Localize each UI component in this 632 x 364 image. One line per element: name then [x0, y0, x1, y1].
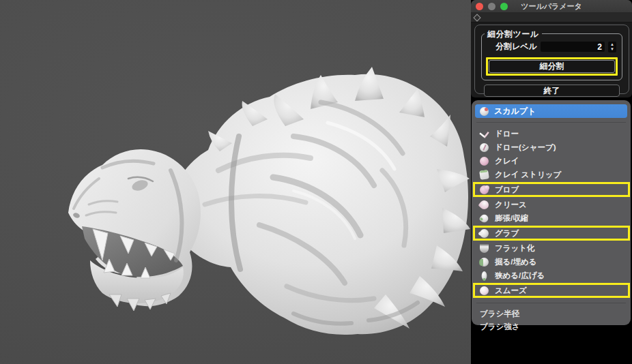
brush-item-crease[interactable]: クリース: [475, 198, 627, 211]
tool-body: 細分割ツール 分割レベル 2 ▲ ▼ 細分割: [471, 22, 632, 97]
brush-item-label: フラット化: [495, 243, 535, 254]
divider: [476, 122, 626, 123]
subdivide-annotation-box: 細分割: [486, 57, 618, 76]
3d-viewport[interactable]: [0, 0, 471, 364]
subdivision-group-label: 細分割ツール: [485, 29, 542, 40]
brush-panel: スカルプト ドロードロー(シャープ)クレイクレイ ストリップブロブクリース膨張/…: [472, 100, 631, 325]
brush-item-label: ドロー: [495, 129, 519, 139]
crease-icon: [478, 198, 490, 211]
exit-button[interactable]: 終了: [484, 85, 620, 97]
right-panel-column: ツールパラメータ 細分割ツール 分割レベル 2 ▲ ▼: [471, 0, 632, 364]
collapse-diamond-icon[interactable]: [473, 14, 480, 21]
flatten-icon: [480, 244, 489, 253]
brush-item-label: 掘る/埋める: [495, 257, 537, 267]
brush-item-label: グラブ: [495, 228, 519, 239]
blob-icon: [480, 185, 489, 194]
clay-icon: [480, 157, 489, 166]
sculpt-model: [0, 0, 471, 364]
clay-strips-icon: [479, 170, 489, 180]
brush-settings: ブラシ半径ブラシ強さ: [475, 307, 627, 333]
brush-list: ドロードロー(シャープ)クレイクレイ ストリップブロブクリース膨張/収縮グラブフ…: [475, 127, 627, 299]
mode-label: スカルプト: [494, 106, 536, 117]
level-label: 分割レベル: [495, 41, 537, 52]
brush-setting-item[interactable]: ブラシ強さ: [475, 320, 627, 333]
inflate-icon: [478, 213, 489, 224]
brush-item-label: ドロー(シャープ): [495, 142, 556, 153]
brush-setting-label: ブラシ強さ: [480, 322, 520, 332]
minimize-button[interactable]: [488, 3, 495, 10]
zoom-button[interactable]: [500, 3, 508, 10]
brush-item-label: スムーズ: [495, 286, 527, 296]
level-value-field[interactable]: 2: [541, 42, 605, 52]
brush-item-label: 狭める/広げる: [495, 271, 545, 281]
brush-item-label: ブロブ: [495, 185, 519, 195]
draw-icon: [480, 130, 489, 138]
scrape-icon: [480, 258, 489, 267]
brush-item-blob[interactable]: ブロブ: [475, 183, 627, 196]
subdivide-button[interactable]: 細分割: [489, 60, 615, 73]
level-row: 分割レベル 2 ▲ ▼: [486, 40, 618, 52]
brush-item-label: クレイ: [495, 156, 519, 166]
brush-item-clay[interactable]: クレイ: [475, 154, 627, 168]
pinch-icon: [482, 271, 487, 280]
brush-setting-label: ブラシ半径: [480, 309, 519, 319]
brush-item-inflate[interactable]: 膨張/収縮: [475, 211, 627, 225]
mode-selector-sculpt[interactable]: スカルプト: [475, 104, 627, 118]
draw-sharp-icon: [480, 143, 489, 152]
brush-item-clay-strips[interactable]: クレイ ストリップ: [475, 168, 627, 181]
brush-item-label: 膨張/収縮: [495, 213, 528, 224]
tool-parameter-window: ツールパラメータ 細分割ツール 分割レベル 2 ▲ ▼: [471, 0, 632, 97]
sculpt-mode-icon: [480, 107, 489, 116]
divider: [476, 303, 626, 303]
smooth-icon: [480, 286, 489, 295]
app-window: ツールパラメータ 細分割ツール 分割レベル 2 ▲ ▼: [0, 0, 632, 364]
brush-item-pinch[interactable]: 狭める/広げる: [475, 269, 627, 282]
grab-icon: [480, 229, 489, 238]
tool-outer-box: 細分割ツール 分割レベル 2 ▲ ▼ 細分割: [474, 25, 629, 94]
traffic-lights: [476, 3, 508, 10]
brush-item-scrape[interactable]: 掘る/埋める: [475, 255, 627, 269]
close-button[interactable]: [476, 3, 483, 10]
brush-item-label: クリース: [495, 200, 527, 210]
window-titlebar: ツールパラメータ: [471, 0, 632, 13]
window-toolstrip: [471, 13, 632, 22]
brush-item-grab[interactable]: グラブ: [475, 226, 627, 240]
level-stepper[interactable]: ▲ ▼: [608, 42, 616, 52]
brush-item-flatten[interactable]: フラット化: [475, 241, 627, 255]
brush-item-draw[interactable]: ドロー: [475, 127, 627, 140]
subdivision-group: 細分割ツール 分割レベル 2 ▲ ▼ 細分割: [481, 33, 622, 80]
brush-item-smooth[interactable]: スムーズ: [475, 284, 627, 297]
brush-item-label: クレイ ストリップ: [495, 170, 561, 180]
stepper-down-icon[interactable]: ▼: [610, 47, 614, 52]
brush-item-draw-sharp[interactable]: ドロー(シャープ): [475, 140, 627, 154]
brush-setting-item[interactable]: ブラシ半径: [475, 307, 627, 320]
stepper-up-icon[interactable]: ▲: [610, 42, 614, 47]
